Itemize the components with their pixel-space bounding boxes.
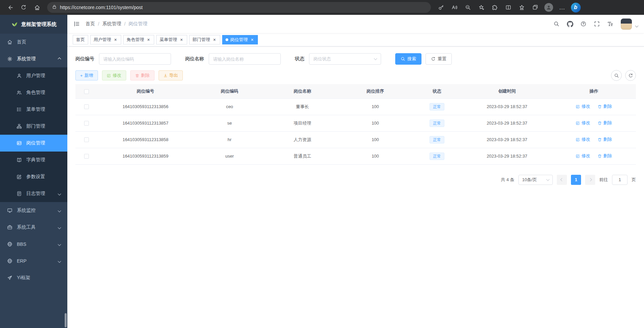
- row-delete-link[interactable]: 删除: [598, 120, 612, 126]
- browser-profile-avatar[interactable]: [542, 2, 555, 13]
- page-number-button[interactable]: 1: [571, 175, 581, 185]
- extensions-icon[interactable]: [488, 2, 502, 13]
- sidebar-item-dictionary-management[interactable]: 字典管理: [0, 152, 67, 168]
- row-checkbox[interactable]: [84, 137, 89, 142]
- sidebar-item-system-monitoring[interactable]: 系统监控: [0, 202, 67, 219]
- help-icon[interactable]: [578, 18, 589, 30]
- tab-role-management[interactable]: 角色管理 ×: [123, 35, 154, 44]
- next-page-button[interactable]: [585, 175, 595, 185]
- app-logo[interactable]: 意框架管理系统: [0, 15, 67, 34]
- tab-department-management[interactable]: 部门管理 ×: [189, 35, 220, 44]
- browser-back-icon[interactable]: [3, 2, 17, 13]
- search-icon[interactable]: [551, 18, 562, 30]
- sidebar-item-erp[interactable]: ERP: [0, 253, 67, 269]
- post-code-input[interactable]: [99, 53, 171, 65]
- table-row[interactable]: 1641030593112313859 user 普通员工 100 正常 202…: [75, 148, 636, 164]
- read-aloud-icon[interactable]: [448, 2, 461, 13]
- favorites-icon[interactable]: [515, 2, 529, 13]
- sidebar-item-role-management[interactable]: 角色管理: [0, 84, 67, 101]
- fullscreen-icon[interactable]: [591, 18, 603, 30]
- browser-refresh-icon[interactable]: [17, 2, 30, 13]
- sidebar-item-yi-framework[interactable]: Yi框架: [0, 269, 67, 286]
- sidebar-item-user-management[interactable]: 用户管理: [0, 67, 67, 84]
- select-all-checkbox[interactable]: [84, 89, 89, 94]
- column-header[interactable]: 岗位编号: [98, 84, 193, 98]
- sidebar-item-department-management[interactable]: 部门管理: [0, 118, 67, 135]
- row-delete-link[interactable]: 删除: [598, 136, 612, 142]
- close-icon[interactable]: ×: [250, 37, 255, 42]
- column-header[interactable]: 状态: [412, 84, 462, 98]
- sidebar-item-bbs[interactable]: BBS: [0, 236, 67, 253]
- close-icon[interactable]: ×: [113, 37, 118, 42]
- row-checkbox[interactable]: [84, 121, 89, 126]
- sidebar-item-home[interactable]: 首页: [0, 34, 67, 51]
- table-row[interactable]: 1641030593112313857 se 项目经理 100 正常 2023-…: [75, 115, 636, 131]
- status-select[interactable]: 岗位状态: [309, 53, 381, 65]
- lock-icon[interactable]: [52, 4, 57, 11]
- sidebar-scrollbar-thumb[interactable]: [65, 313, 67, 327]
- status-badge[interactable]: 正常: [430, 136, 444, 143]
- status-badge[interactable]: 正常: [430, 153, 444, 160]
- add-button[interactable]: + 新增: [75, 70, 98, 80]
- user-avatar[interactable]: [621, 19, 632, 30]
- close-icon[interactable]: ×: [212, 37, 217, 42]
- github-icon[interactable]: [564, 18, 576, 30]
- row-edit-link[interactable]: 修改: [576, 120, 590, 126]
- close-icon[interactable]: ×: [146, 37, 151, 42]
- collections-icon[interactable]: [529, 2, 542, 13]
- close-icon[interactable]: ×: [179, 37, 184, 42]
- column-header[interactable]: 创建时间: [462, 84, 552, 98]
- app-title: 意框架管理系统: [21, 21, 57, 28]
- reset-button[interactable]: 重置: [426, 53, 452, 65]
- breadcrumb-item-system[interactable]: 系统管理: [102, 21, 121, 27]
- goto-page-input[interactable]: [612, 175, 628, 185]
- row-checkbox[interactable]: [84, 104, 89, 109]
- breadcrumb-item-home[interactable]: 首页: [86, 21, 95, 27]
- refresh-table-button[interactable]: [625, 70, 636, 81]
- column-header[interactable]: 操作: [552, 84, 636, 98]
- browser-home-icon[interactable]: [30, 2, 44, 13]
- search-button[interactable]: 搜索: [395, 53, 421, 65]
- sidebar-item-log-management[interactable]: 日志管理: [0, 185, 67, 202]
- url-text[interactable]: https://ccnetcore.com:1101/system/post: [60, 5, 143, 10]
- password-key-icon[interactable]: [434, 2, 448, 13]
- browser-settings-menu-icon[interactable]: …: [555, 2, 569, 13]
- toggle-search-button[interactable]: [611, 70, 622, 81]
- chevron-down-icon[interactable]: [635, 24, 639, 27]
- sidebar-item-parameter-settings[interactable]: 参数设置: [0, 168, 67, 185]
- row-edit-link[interactable]: 修改: [576, 153, 590, 159]
- delete-button[interactable]: 删除: [130, 70, 155, 80]
- row-checkbox[interactable]: [84, 154, 89, 159]
- tab-post-management[interactable]: 岗位管理 ×: [222, 35, 258, 44]
- table-row[interactable]: 1641030593112313858 hr 人力资源 100 正常 2023-…: [75, 131, 636, 148]
- address-bar[interactable]: https://ccnetcore.com:1101/system/post: [47, 2, 431, 13]
- status-badge[interactable]: 正常: [430, 120, 444, 127]
- split-screen-icon[interactable]: [502, 2, 515, 13]
- table-row[interactable]: 1641030593112313856 ceo 董事长 100 正常 2023-…: [75, 98, 636, 115]
- prev-page-button[interactable]: [557, 175, 567, 185]
- sidebar-item-post-management[interactable]: 岗位管理: [0, 135, 67, 152]
- row-delete-link[interactable]: 删除: [598, 103, 612, 109]
- sidebar-item-system-tools[interactable]: 系统工具: [0, 219, 67, 236]
- sidebar-item-system-management[interactable]: 系统管理: [0, 51, 67, 67]
- column-header[interactable]: 岗位编码: [193, 84, 266, 98]
- status-badge[interactable]: 正常: [430, 103, 444, 110]
- column-header[interactable]: 岗位排序: [339, 84, 412, 98]
- row-delete-link[interactable]: 删除: [598, 153, 612, 159]
- bing-copilot-icon[interactable]: b: [569, 2, 582, 13]
- font-size-icon[interactable]: [605, 18, 616, 30]
- tab-menu-management[interactable]: 菜单管理 ×: [156, 35, 187, 44]
- export-button[interactable]: 导出: [159, 70, 183, 80]
- row-edit-link[interactable]: 修改: [576, 103, 590, 109]
- edit-button[interactable]: 修改: [102, 70, 126, 80]
- zoom-out-icon[interactable]: [461, 2, 475, 13]
- sidebar-item-menu-management[interactable]: 菜单管理: [0, 101, 67, 118]
- page-size-select[interactable]: 10条/页: [518, 175, 553, 185]
- column-header[interactable]: 岗位名称: [266, 84, 339, 98]
- tab-user-management[interactable]: 用户管理 ×: [90, 35, 121, 44]
- sidebar-collapse-icon[interactable]: [73, 21, 80, 27]
- row-edit-link[interactable]: 修改: [576, 136, 590, 142]
- post-name-input[interactable]: [209, 53, 281, 65]
- tab-home[interactable]: 首页: [73, 35, 88, 44]
- add-favorite-icon[interactable]: [475, 2, 488, 13]
